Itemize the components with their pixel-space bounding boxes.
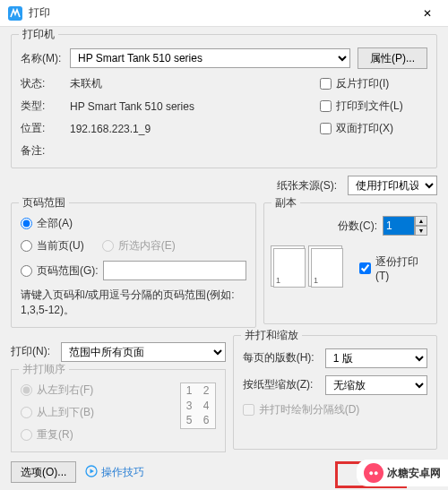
- range-hint: 请键入页码和/或用逗号分隔的页码范围(例如: 1,3,5-12)。: [21, 288, 246, 318]
- location-value: 192.168.223.1_9: [70, 123, 151, 135]
- sort-thumb-icon: 12 34 56: [180, 383, 216, 429]
- close-icon: ✕: [423, 7, 432, 20]
- title-bar: 打印 ✕: [0, 0, 448, 27]
- range-selection-radio: 所选内容(E): [102, 238, 176, 254]
- tips-link[interactable]: 操作技巧: [85, 465, 144, 480]
- comment-label: 备注:: [21, 143, 70, 159]
- sort-order-group: 并打顺序 从左到右(F) 从上到下(B) 重复(R) 12 34 56: [11, 369, 226, 452]
- scale-select[interactable]: 无缩放: [325, 375, 427, 395]
- scale-label: 按纸型缩放(Z):: [243, 377, 320, 392]
- copies-spinner[interactable]: ▲ ▼: [383, 216, 427, 236]
- invert-print-checkbox[interactable]: 反片打印(I): [320, 76, 427, 91]
- collate-thumbs: 1 1: [273, 248, 343, 288]
- location-label: 位置:: [21, 121, 70, 136]
- printer-name-select[interactable]: HP Smart Tank 510 series: [70, 48, 350, 68]
- svg-marker-2: [90, 469, 95, 473]
- print-what-select[interactable]: 范围中所有页面: [61, 342, 226, 362]
- copies-input[interactable]: [383, 216, 415, 236]
- sort-lr-radio: 从左到右(F): [21, 383, 173, 398]
- sort-order-title: 并打顺序: [19, 362, 69, 377]
- printer-group-title: 打印机: [19, 27, 58, 42]
- window-title: 打印: [29, 5, 414, 21]
- range-pages-radio[interactable]: 页码范围(G):: [21, 263, 103, 279]
- tips-icon: [85, 465, 98, 480]
- watermark: ●● 冰糖安卓网: [357, 460, 448, 486]
- range-all-radio[interactable]: 全部(A): [21, 216, 246, 231]
- type-label: 类型:: [21, 99, 70, 114]
- pages-per-sheet-select[interactable]: 1 版: [325, 348, 427, 368]
- close-button[interactable]: ✕: [414, 1, 441, 26]
- copies-title: 副本: [271, 195, 300, 211]
- print-what-label: 打印(N):: [11, 344, 50, 359]
- paper-source-label: 纸张来源(S):: [277, 178, 337, 193]
- status-label: 状态:: [21, 76, 70, 91]
- printer-name-label: 名称(M):: [21, 51, 70, 66]
- spin-down[interactable]: ▼: [415, 226, 427, 236]
- printer-group: 打印机 名称(M): HP Smart Tank 510 series 属性(P…: [11, 34, 437, 168]
- sort-repeat-radio: 重复(R): [21, 427, 173, 443]
- draw-separator-checkbox: 并打时绘制分隔线(D): [243, 402, 427, 417]
- watermark-icon: ●●: [364, 463, 383, 483]
- sort-tb-radio: 从上到下(B): [21, 405, 173, 420]
- pages-per-sheet-label: 每页的版数(H):: [243, 350, 320, 365]
- page-range-title: 页码范围: [19, 195, 69, 211]
- copies-group: 副本 份数(C): ▲ ▼ 1 1: [263, 202, 437, 324]
- print-to-file-checkbox[interactable]: 打印到文件(L): [320, 99, 427, 114]
- scaling-title: 并打和缩放: [241, 328, 302, 343]
- spin-up[interactable]: ▲: [415, 216, 427, 226]
- page-range-group: 页码范围 全部(A) 当前页(U) 所选内容(E) 页码范围(G): 请键入页码…: [11, 202, 256, 328]
- range-pages-input[interactable]: [103, 261, 246, 280]
- status-value: 未联机: [70, 76, 320, 91]
- properties-button[interactable]: 属性(P)...: [358, 47, 427, 69]
- range-current-radio[interactable]: 当前页(U): [21, 238, 84, 254]
- collate-checkbox[interactable]: 逐份打印(T): [359, 254, 427, 282]
- type-value: HP Smart Tank 510 series: [70, 100, 194, 113]
- app-icon: [7, 5, 23, 21]
- paper-source-select[interactable]: 使用打印机设置: [348, 176, 437, 195]
- duplex-checkbox[interactable]: 双面打印(X): [320, 121, 427, 136]
- scaling-group: 并打和缩放 每页的版数(H): 1 版 按纸型缩放(Z): 无缩放 并打时绘制分…: [233, 335, 437, 450]
- copies-count-label: 份数(C):: [338, 219, 377, 234]
- options-button[interactable]: 选项(O)...: [11, 461, 76, 483]
